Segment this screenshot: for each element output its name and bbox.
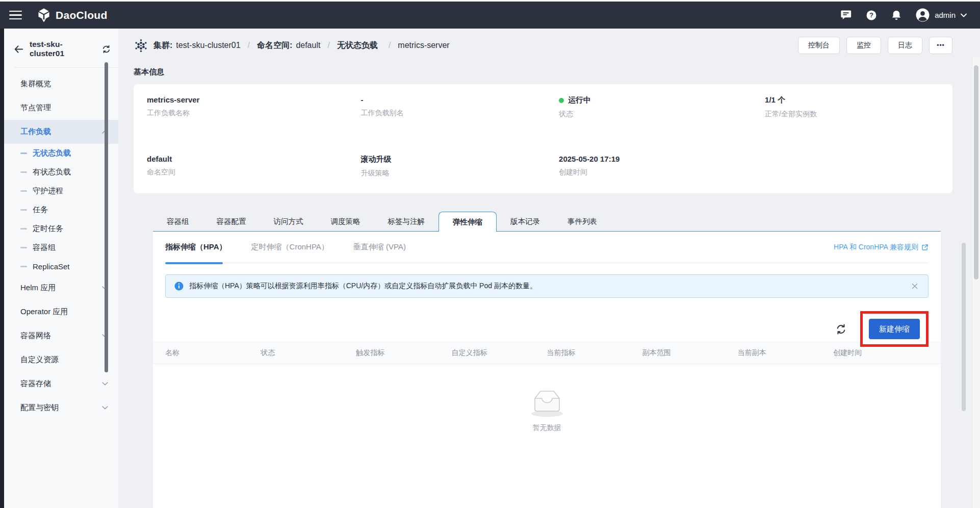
- notification-bell-icon[interactable]: [891, 10, 902, 21]
- username: admin: [935, 11, 956, 19]
- breadcrumb: 集群:test-sku-cluster01/命名空间:default/无状态负载…: [134, 38, 450, 53]
- hamburger-menu-icon[interactable]: [9, 11, 22, 20]
- sidebar-item-label: 容器组: [33, 243, 56, 252]
- breadcrumb-segment[interactable]: 集群:test-sku-cluster01: [153, 40, 241, 51]
- sidebar-item-label: Operator 应用: [20, 307, 68, 317]
- user-menu[interactable]: admin: [916, 8, 967, 22]
- basic-info-grid: metrics-server工作负载名称-工作负载别名运行中状态1/1 个正常/…: [147, 95, 939, 178]
- topbar-actions: ? admin: [840, 8, 967, 22]
- chat-icon[interactable]: [840, 10, 852, 20]
- tab[interactable]: 容器组: [153, 212, 203, 231]
- breadcrumb-segment[interactable]: 无状态负载: [337, 40, 381, 51]
- subtab[interactable]: 定时伸缩（CronHPA）: [251, 232, 329, 263]
- info-icon: [174, 281, 184, 291]
- tab[interactable]: 版本记录: [497, 212, 554, 231]
- more-actions-button[interactable]: •••: [929, 37, 952, 54]
- tab[interactable]: 访问方式: [260, 212, 317, 231]
- sidebar-item[interactable]: 节点管理: [4, 96, 118, 120]
- window-scrollbar-thumb[interactable]: [974, 65, 978, 280]
- info-field-value: 1/1 个: [765, 95, 939, 105]
- header-action-button[interactable]: 控制台: [798, 37, 840, 54]
- app-body: test-sku-cluster01 集群概览节点管理工作负载无状态负载有状态负…: [0, 29, 980, 508]
- subtab[interactable]: 垂直伸缩 (VPA): [353, 232, 406, 263]
- daocloud-logo[interactable]: DaoCloud: [37, 8, 108, 22]
- sidebar-scrollbar[interactable]: [105, 62, 108, 372]
- tab[interactable]: 事件列表: [554, 212, 611, 231]
- chevron-down-icon: [102, 406, 108, 410]
- info-field-value: -: [361, 95, 559, 104]
- sidebar-item-label: 集群概览: [20, 79, 51, 89]
- sidebar-item-label: 任务: [33, 205, 48, 215]
- basic-info-title: 基本信息: [134, 67, 952, 77]
- info-field-label: 工作负载别名: [361, 109, 559, 118]
- window-scrollbar[interactable]: [972, 57, 980, 508]
- breadcrumb-value: metrics-server: [398, 41, 449, 50]
- tab[interactable]: 标签与注解: [374, 212, 439, 231]
- breadcrumb-separator: /: [327, 41, 329, 50]
- tab[interactable]: 调度策略: [317, 212, 374, 231]
- sidebar-item[interactable]: 任务: [4, 200, 118, 219]
- close-icon[interactable]: [910, 281, 920, 291]
- breadcrumb-segment[interactable]: 命名空间:default: [257, 40, 320, 51]
- sidebar-item[interactable]: ReplicaSet: [4, 257, 118, 276]
- info-field-value: default: [147, 155, 361, 163]
- subtabs: 指标伸缩（HPA）定时伸缩（CronHPA）垂直伸缩 (VPA): [165, 232, 430, 263]
- info-field-value-text: -: [361, 95, 364, 104]
- sidebar-item[interactable]: 工作负载: [4, 120, 118, 144]
- table-header-cell: 创建时间: [833, 348, 929, 358]
- header-actions: 控制台监控日志•••: [798, 37, 952, 54]
- external-link-icon: [921, 244, 929, 251]
- breadcrumb-label: 命名空间:: [257, 40, 292, 51]
- left-rail: [0, 29, 4, 508]
- info-field-value: 滚动升级: [361, 155, 559, 164]
- sidebar-item[interactable]: 容器存储: [4, 372, 118, 396]
- header-action-button[interactable]: 监控: [846, 37, 881, 54]
- sidebar-item[interactable]: 无状态负载: [4, 144, 118, 163]
- hpa-info-banner: 指标伸缩（HPA）策略可以根据资源利用率指标（CPU/内存）或自定义指标自动扩展…: [165, 274, 929, 298]
- table-header-cell: 副本范围: [642, 348, 738, 358]
- breadcrumb-label: 集群:: [153, 40, 172, 51]
- sidebar-item[interactable]: Operator 应用: [4, 300, 118, 324]
- brand-name: DaoCloud: [56, 9, 108, 21]
- sidebar-item[interactable]: 有状态负载: [4, 163, 118, 182]
- breadcrumb-label: 无状态负载: [337, 40, 378, 51]
- create-hpa-button[interactable]: 新建伸缩: [869, 319, 920, 339]
- sidebar-item[interactable]: 集群概览: [4, 72, 118, 96]
- sidebar-item-label: Helm 应用: [20, 283, 56, 293]
- sidebar-item-label: 有状态负载: [33, 167, 71, 177]
- sidebar-item[interactable]: 容器组: [4, 238, 118, 257]
- sidebar-item-label: 定时任务: [33, 224, 63, 234]
- hpa-banner-text: 指标伸缩（HPA）策略可以根据资源利用率指标（CPU/内存）或自定义指标自动扩展…: [189, 282, 905, 291]
- subtab[interactable]: 指标伸缩（HPA）: [165, 232, 227, 263]
- back-arrow-icon[interactable]: [13, 44, 24, 55]
- info-field-value-text: 2025-05-20 17:19: [559, 155, 620, 163]
- sidebar-item[interactable]: 容器网络: [4, 324, 118, 348]
- sidebar-item-label: 节点管理: [20, 103, 51, 113]
- breadcrumb-segment[interactable]: metrics-server: [398, 41, 449, 50]
- sidebar-header: test-sku-cluster01: [4, 29, 118, 67]
- tab[interactable]: 容器配置: [203, 212, 260, 231]
- hpa-compat-rules-label: HPA 和 CronHPA 兼容规则: [834, 243, 918, 252]
- info-field-value: 2025-05-20 17:19: [559, 155, 765, 163]
- sidebar-item[interactable]: Helm 应用: [4, 276, 118, 300]
- info-field-label: 状态: [559, 110, 765, 119]
- sidebar-item-label: 自定义资源: [20, 355, 59, 365]
- content-scrollbar[interactable]: [962, 243, 966, 411]
- refresh-icon[interactable]: [835, 323, 847, 335]
- sidebar-item[interactable]: 自定义资源: [4, 348, 118, 372]
- info-field: 滚动升级升级策略: [361, 155, 559, 178]
- hpa-compat-rules-link[interactable]: HPA 和 CronHPA 兼容规则: [834, 243, 929, 252]
- sidebar-item[interactable]: 守护进程: [4, 182, 118, 200]
- sidebar-item[interactable]: 定时任务: [4, 219, 118, 238]
- submenu-dash-icon: [20, 228, 27, 230]
- info-field: -工作负载别名: [361, 95, 559, 119]
- header-action-button[interactable]: 日志: [888, 37, 922, 54]
- breadcrumb-value: test-sku-cluster01: [176, 41, 240, 50]
- detail-tabs-section: 容器组容器配置访问方式调度策略标签与注解弹性伸缩版本记录事件列表 指标伸缩（HP…: [153, 212, 941, 508]
- sidebar-item[interactable]: 配置与密钥: [4, 396, 118, 420]
- chevron-down-icon: [961, 13, 967, 17]
- help-icon[interactable]: ?: [866, 10, 877, 21]
- switch-cluster-icon[interactable]: [101, 44, 111, 54]
- tab[interactable]: 弹性伸缩: [439, 212, 497, 231]
- sidebar-item-label: 容器网络: [20, 331, 51, 341]
